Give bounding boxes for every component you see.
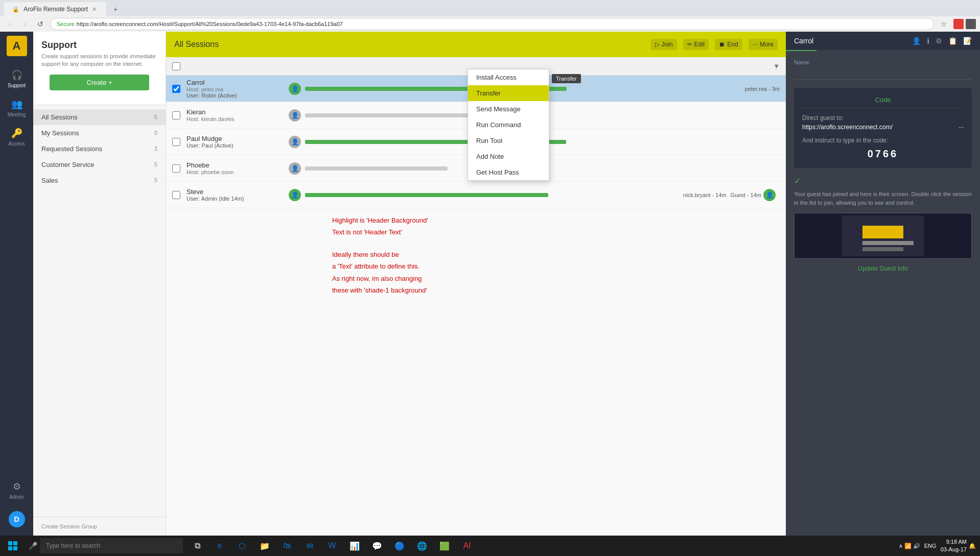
context-run-tool[interactable]: Run Tool xyxy=(468,133,549,149)
create-session-group[interactable]: Create Session Group xyxy=(33,517,166,536)
file-explorer-icon[interactable]: 📁 xyxy=(254,536,275,556)
sidebar-item-support[interactable]: 🎧 Support xyxy=(0,64,33,93)
word-icon[interactable]: W xyxy=(322,536,342,556)
row-checkbox[interactable] xyxy=(172,85,180,93)
row-checkbox[interactable] xyxy=(172,138,180,146)
row-checkbox[interactable] xyxy=(172,191,180,199)
right-panel: Carrol 👤 ℹ ⚙ 📋 📝 Name: Code Direct guest… xyxy=(786,32,980,536)
filter-icon[interactable]: ▼ xyxy=(773,62,780,70)
taskbar-icons: ⧉ e ⬡ 📁 🛍 ✉ W 📊 💬 🔵 🌐 🟩 AI xyxy=(183,536,899,556)
end-button[interactable]: ⏹ End xyxy=(715,39,742,50)
nav-customer-service[interactable]: Customer Service 5 xyxy=(33,157,166,173)
taskbar-search-input[interactable] xyxy=(40,538,183,553)
row-checkbox[interactable] xyxy=(172,164,180,173)
store-icon[interactable]: 🛍 xyxy=(277,536,297,556)
guest-status-text: Your guest has joined and here is their … xyxy=(794,190,972,207)
name-value xyxy=(794,67,972,80)
rp-icon-5[interactable]: 📝 xyxy=(963,37,972,45)
context-menu: Install Access Transfer Send Message Run… xyxy=(468,69,549,181)
main-header: All Sessions ▷ Join ✏ Edit ⏹ End ··· Mor… xyxy=(166,32,786,57)
guest-icon: 👤 xyxy=(289,136,301,148)
user-avatar[interactable]: D xyxy=(9,511,25,527)
join-button[interactable]: ▷ Join xyxy=(651,39,677,50)
guest-icon: 👤 xyxy=(289,83,301,95)
context-get-host-pass[interactable]: Get Host Pass xyxy=(468,164,549,180)
ie-icon[interactable]: e xyxy=(209,536,230,556)
guest-icon-2: 👤 xyxy=(763,189,776,201)
meeting-label: Meeting xyxy=(8,112,26,117)
nav-requested-sessions-count: 2 xyxy=(154,146,157,152)
guest-icon: 👤 xyxy=(289,109,301,122)
nav-requested-sessions-label: Requested Sessions xyxy=(41,145,102,153)
ext-icon-1[interactable] xyxy=(953,19,964,29)
more-button[interactable]: ··· More xyxy=(749,39,778,50)
context-install-access[interactable]: Install Access xyxy=(468,69,549,85)
app-icon-2[interactable]: 💬 xyxy=(367,536,387,556)
support-icon: 🎧 xyxy=(11,69,22,81)
browser-addressbar: ‹ › ↺ Secure https://aroflo.screenconnec… xyxy=(0,16,980,32)
windows-icon xyxy=(8,541,18,551)
tab-close-button[interactable]: ✕ xyxy=(92,6,97,13)
code-title: Code xyxy=(802,96,964,108)
back-button[interactable]: ‹ xyxy=(4,18,15,30)
right-panel-header: Carrol 👤 ℹ ⚙ 📋 📝 xyxy=(786,32,980,50)
update-guest-info-link[interactable]: Update Guest Info xyxy=(794,265,972,272)
mic-button[interactable]: 🎤 xyxy=(26,539,40,553)
rp-icon-2[interactable]: ℹ xyxy=(927,37,929,45)
nav-all-sessions[interactable]: All Sessions 5 xyxy=(33,109,166,125)
right-panel-body: Name: Code Direct guest to: https://arof… xyxy=(786,51,980,536)
context-run-command[interactable]: Run Command xyxy=(468,117,549,133)
select-all-checkbox[interactable] xyxy=(172,62,180,70)
session-labels: nick.bryant - 14m Guest - 14m xyxy=(683,192,761,198)
sidebar-title: Support xyxy=(41,40,157,51)
icon-rail: A 🎧 Support 👥 Meeting 🔑 Access ⚙ Admin D xyxy=(0,32,33,536)
guest-icon: 👤 xyxy=(289,162,301,175)
nav-all-sessions-count: 5 xyxy=(154,114,157,120)
app-container: A 🎧 Support 👥 Meeting 🔑 Access ⚙ Admin D… xyxy=(0,32,980,536)
sidebar-item-meeting[interactable]: 👥 Meeting xyxy=(0,93,33,123)
ext-icon-2[interactable] xyxy=(966,19,976,29)
browser-tab[interactable]: 🔒 AroFlo Remote Support ✕ xyxy=(4,2,106,16)
app-icon-1[interactable]: 📊 xyxy=(344,536,365,556)
sidebar-item-admin[interactable]: ⚙ Admin xyxy=(9,476,25,505)
code-url: https://aroflo.screenconnect.com/ ··· xyxy=(802,124,964,131)
edit-button[interactable]: ✏ Edit xyxy=(683,39,709,50)
context-add-note[interactable]: Add Note xyxy=(468,149,549,164)
name-label: Name: xyxy=(794,59,972,65)
refresh-button[interactable]: ↺ xyxy=(35,18,46,30)
session-name: Steve User: Admin (Idle 14m) xyxy=(186,188,289,202)
edit-icon: ✏ xyxy=(687,41,692,48)
tab-title: AroFlo Remote Support xyxy=(24,6,88,13)
forward-button[interactable]: › xyxy=(19,18,31,30)
create-button[interactable]: Create + xyxy=(50,75,149,90)
notification-icon[interactable]: 🔔 xyxy=(969,543,976,549)
left-sidebar: Support Create support sessions to provi… xyxy=(33,32,166,536)
session-labels: peter.rea - 3m xyxy=(745,86,780,92)
chrome-icon[interactable]: 🌐 xyxy=(412,536,432,556)
rp-icon-4[interactable]: 📋 xyxy=(948,37,957,45)
nav-customer-service-count: 5 xyxy=(154,161,157,167)
nav-requested-sessions[interactable]: Requested Sessions 2 xyxy=(33,141,166,157)
url-more-icon[interactable]: ··· xyxy=(959,124,964,131)
address-bar[interactable]: Secure https://aroflo.screenconnect.com/… xyxy=(50,18,934,30)
nav-sales[interactable]: Sales 5 xyxy=(33,173,166,188)
app-icon-6[interactable]: AI xyxy=(457,536,477,556)
bookmark-button[interactable]: ☆ xyxy=(938,18,949,30)
task-view-button[interactable]: ⧉ xyxy=(187,536,207,556)
row-checkbox[interactable] xyxy=(172,111,180,119)
start-button[interactable] xyxy=(0,536,26,556)
svg-rect-1 xyxy=(13,541,17,545)
context-transfer[interactable]: Transfer xyxy=(468,85,549,101)
edge-icon[interactable]: ⬡ xyxy=(232,536,252,556)
nav-my-sessions[interactable]: My Sessions 0 xyxy=(33,125,166,141)
app-icon-5[interactable]: 🟩 xyxy=(434,536,455,556)
rp-icon-3[interactable]: ⚙ xyxy=(936,37,942,45)
app-icon-3[interactable]: 🔵 xyxy=(389,536,410,556)
mail-icon[interactable]: ✉ xyxy=(299,536,320,556)
check-icon: ✓ xyxy=(794,176,972,186)
rp-icon-1[interactable]: 👤 xyxy=(912,37,921,45)
table-row[interactable]: Steve User: Admin (Idle 14m) 👤 nick.brya… xyxy=(166,182,786,208)
context-send-message[interactable]: Send Message xyxy=(468,101,549,117)
sidebar-item-access[interactable]: 🔑 Access xyxy=(0,123,33,152)
new-tab-button[interactable]: + xyxy=(108,2,123,16)
